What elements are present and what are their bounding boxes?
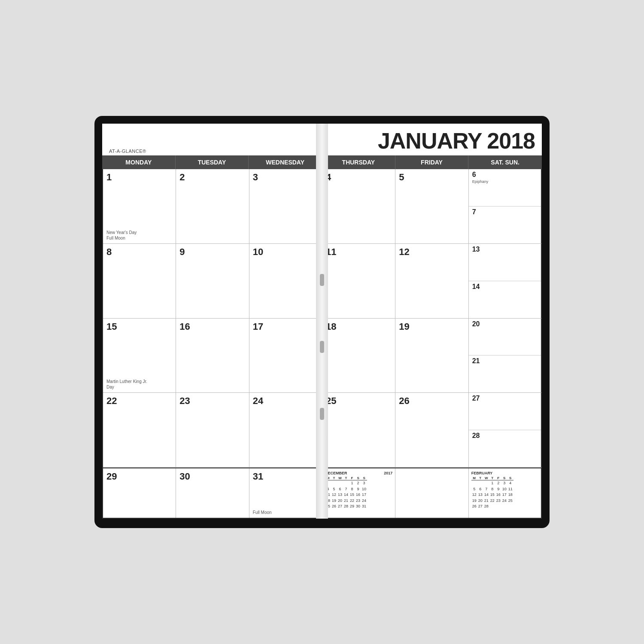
month-label: JANUARY [378, 128, 482, 154]
dow-sat-sun: SAT. SUN. [468, 155, 542, 169]
day-num-18: 18 [326, 321, 392, 332]
day-6-7: 6 Epiphany 7 [469, 169, 542, 244]
mini-feb-title: FEBRUARY [471, 471, 493, 475]
day-22[interactable]: 22 [103, 393, 176, 468]
day-num-2: 2 [179, 172, 245, 183]
day-num-6: 6 [472, 171, 476, 178]
day-13-14: 13 14 [469, 244, 542, 319]
day-num-10: 10 [253, 246, 319, 258]
day-num-1: 1 [106, 172, 172, 183]
mini-dec-cell: DECEMBER 2017 MTWTFSS 123456789101112131… [322, 468, 395, 518]
cal-header: AT-A-GLANCE® JANUARY 2018 [102, 124, 542, 155]
day-num-30: 30 [179, 471, 245, 482]
day-num-23: 23 [179, 395, 245, 407]
dow-wednesday: WEDNESDAY [249, 155, 322, 169]
cal-grid: 1 New Year's DayFull Moon 2 3 4 5 6 Epip… [102, 169, 542, 468]
day-num-22: 22 [106, 395, 172, 407]
dow-tuesday: TUESDAY [176, 155, 249, 169]
day-num-9: 9 [179, 246, 245, 258]
day-num-19: 19 [399, 321, 465, 332]
day-1[interactable]: 1 New Year's DayFull Moon [103, 169, 176, 244]
day-6[interactable]: 6 Epiphany [469, 169, 541, 207]
calendar-outer: AT-A-GLANCE® JANUARY 2018 MONDAY TUESDAY… [94, 116, 550, 528]
day-num-8: 8 [106, 246, 172, 258]
day-9[interactable]: 9 [176, 244, 249, 319]
brand-label: AT-A-GLANCE® [109, 149, 146, 154]
mini-feb-cal: FEBRUARY MTWTFSS 12345678910111213141516… [471, 471, 538, 510]
dow-row: MONDAY TUESDAY WEDNESDAY THURSDAY FRIDAY… [102, 155, 542, 169]
day-3[interactable]: 3 [249, 169, 322, 244]
day-20[interactable]: 20 [469, 319, 541, 356]
event-15: Martin Luther King Jr.Day [106, 379, 147, 390]
day-26[interactable]: 26 [395, 393, 468, 468]
day-num-20: 20 [472, 320, 480, 328]
mini-feb-cell: FEBRUARY MTWTFSS 12345678910111213141516… [469, 468, 542, 518]
mini-dec-cal: DECEMBER 2017 MTWTFSS 123456789101112131… [325, 471, 392, 510]
day-num-17: 17 [253, 321, 319, 332]
dow-monday: MONDAY [102, 155, 176, 169]
day-12[interactable]: 12 [395, 244, 468, 319]
day-num-26: 26 [399, 395, 465, 407]
day-31[interactable]: 31 Full Moon [249, 468, 322, 518]
day-num-16: 16 [179, 321, 245, 332]
day-num-14: 14 [472, 283, 480, 290]
event-1: New Year's DayFull Moon [106, 230, 137, 241]
day-num-15: 15 [106, 321, 172, 332]
event-6: Epiphany [472, 179, 538, 185]
month-year-title: JANUARY 2018 [378, 128, 535, 154]
day-27[interactable]: 27 [469, 393, 541, 430]
dow-friday: FRIDAY [395, 155, 469, 169]
day-num-4: 4 [326, 172, 392, 183]
mini-dec-year: 2017 [384, 471, 392, 475]
last-row: 29 30 31 Full Moon DECEMBER 2017 [102, 468, 542, 519]
dow-thursday: THURSDAY [322, 155, 395, 169]
day-num-11: 11 [326, 246, 392, 258]
day-num-25: 25 [326, 395, 392, 407]
day-13[interactable]: 13 [469, 244, 541, 281]
day-23[interactable]: 23 [176, 393, 249, 468]
day-num-31: 31 [253, 471, 319, 482]
day-num-21: 21 [472, 357, 480, 365]
day-num-5: 5 [399, 172, 465, 183]
day-num-29: 29 [106, 471, 172, 482]
day-5[interactable]: 5 [395, 169, 468, 244]
day-21[interactable]: 21 [469, 355, 541, 392]
day-num-13: 13 [472, 246, 480, 253]
day-2[interactable]: 2 [176, 169, 249, 244]
event-31: Full Moon [253, 510, 272, 515]
day-num-3: 3 [253, 172, 319, 183]
day-10[interactable]: 10 [249, 244, 322, 319]
day-15[interactable]: 15 Martin Luther King Jr.Day [103, 319, 176, 393]
day-num-7: 7 [472, 208, 476, 216]
day-14[interactable]: 14 [469, 281, 541, 318]
day-18[interactable]: 18 [322, 319, 395, 393]
day-8[interactable]: 8 [103, 244, 176, 319]
day-num-24: 24 [253, 395, 319, 407]
year-label: 2018 [487, 128, 535, 154]
day-30[interactable]: 30 [176, 468, 249, 518]
day-20-21: 20 21 [469, 319, 542, 393]
calendar-inner: AT-A-GLANCE® JANUARY 2018 MONDAY TUESDAY… [102, 124, 542, 519]
day-16[interactable]: 16 [176, 319, 249, 393]
day-num-27: 27 [472, 395, 480, 402]
day-4[interactable]: 4 [322, 169, 395, 244]
day-28[interactable]: 28 [469, 430, 541, 467]
day-7[interactable]: 7 [469, 207, 541, 243]
day-19[interactable]: 19 [395, 319, 468, 393]
day-25[interactable]: 25 [322, 393, 395, 468]
mini-dec-title: DECEMBER [325, 471, 347, 475]
day-num-28: 28 [472, 432, 480, 439]
day-24[interactable]: 24 [249, 393, 322, 468]
day-17[interactable]: 17 [249, 319, 322, 393]
day-27-28: 27 28 [469, 393, 542, 468]
day-num-12: 12 [399, 246, 465, 258]
day-11[interactable]: 11 [322, 244, 395, 319]
day-29[interactable]: 29 [103, 468, 176, 518]
last-row-fri [395, 468, 468, 518]
